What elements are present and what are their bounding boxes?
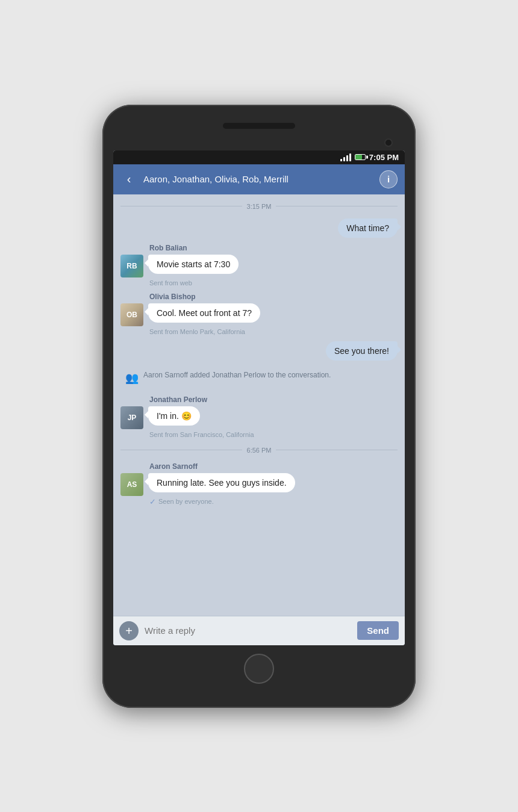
phone-home-button[interactable]	[244, 654, 274, 684]
chat-title: Aaron, Jonathan, Olivia, Rob, Merrill	[143, 174, 373, 184]
status-time: 7:05 PM	[369, 153, 399, 162]
system-message: 👥 Aaron Sarnoff added Jonathan Perlow to…	[120, 367, 398, 389]
seen-text: Seen by everyone.	[158, 498, 214, 505]
bubble-outgoing-2: See you there!	[326, 341, 398, 361]
group-add-icon: 👥	[125, 371, 139, 386]
back-button[interactable]: ‹	[120, 172, 137, 186]
avatar-jonathan: JP	[120, 406, 143, 429]
message-incoming-rob: RB Movie starts at 7:30	[120, 255, 398, 277]
seen-check-icon: ✓	[149, 497, 156, 506]
sender-name-aaron: Aaron Sarnoff	[149, 462, 398, 471]
chat-body: 3:15 PM What time? Rob Balian RB Movie s…	[113, 194, 405, 616]
timestamp-divider-1: 3:15 PM	[120, 203, 398, 210]
message-group-aaron: Aaron Sarnoff AS Running late. See you g…	[120, 462, 398, 506]
sent-from-rob: Sent from web	[149, 279, 398, 287]
add-attachment-button[interactable]: +	[119, 621, 139, 640]
bubble-incoming-aaron: Running late. See you guys inside.	[148, 473, 295, 492]
message-group-rob: Rob Balian RB Movie starts at 7:30 Sent …	[120, 244, 398, 287]
phone-camera	[384, 138, 393, 147]
chat-header: ‹ Aaron, Jonathan, Olivia, Rob, Merrill …	[113, 164, 405, 194]
status-bar: 7:05 PM	[113, 150, 405, 164]
bubble-incoming-jonathan: I'm in. 😊	[148, 406, 200, 426]
sender-name-olivia: Olivia Bishop	[149, 293, 398, 301]
system-text: Aaron Sarnoff added Jonathan Perlow to t…	[143, 370, 331, 380]
sent-from-jonathan: Sent from San Francisco, California	[149, 431, 398, 438]
sender-name-rob: Rob Balian	[149, 244, 398, 252]
phone-device: 7:05 PM ‹ Aaron, Jonathan, Olivia, Rob, …	[102, 105, 416, 708]
avatar-rob: RB	[120, 255, 143, 277]
battery-icon	[355, 154, 366, 160]
message-incoming-olivia: OB Cool. Meet out front at 7?	[120, 303, 398, 326]
reply-bar: + Send	[113, 616, 405, 645]
phone-screen: 7:05 PM ‹ Aaron, Jonathan, Olivia, Rob, …	[113, 150, 405, 645]
signal-bars-icon	[340, 153, 351, 161]
phone-camera-area	[113, 138, 405, 147]
info-button[interactable]: i	[379, 170, 398, 188]
avatar-aaron: AS	[120, 473, 143, 496]
message-outgoing-1: What time?	[120, 218, 398, 238]
seen-indicator: ✓ Seen by everyone.	[149, 497, 398, 506]
avatar-olivia: OB	[120, 303, 143, 326]
bubble-outgoing-1: What time?	[338, 218, 398, 238]
message-incoming-jonathan: JP I'm in. 😊	[120, 406, 398, 429]
send-button[interactable]: Send	[357, 621, 399, 640]
bubble-incoming-rob: Movie starts at 7:30	[148, 255, 239, 274]
message-outgoing-2: See you there!	[120, 341, 398, 361]
reply-input[interactable]	[145, 625, 351, 636]
bubble-incoming-olivia: Cool. Meet out front at 7?	[148, 303, 260, 323]
sender-name-jonathan: Jonathan Perlow	[149, 395, 398, 404]
message-group-jonathan: Jonathan Perlow JP I'm in. 😊 Sent from S…	[120, 395, 398, 438]
timestamp-divider-2: 6:56 PM	[120, 447, 398, 454]
sent-from-olivia: Sent from Menlo Park, California	[149, 328, 398, 335]
message-group-olivia: Olivia Bishop OB Cool. Meet out front at…	[120, 293, 398, 335]
message-incoming-aaron: AS Running late. See you guys inside.	[120, 473, 398, 496]
phone-speaker	[223, 123, 295, 129]
